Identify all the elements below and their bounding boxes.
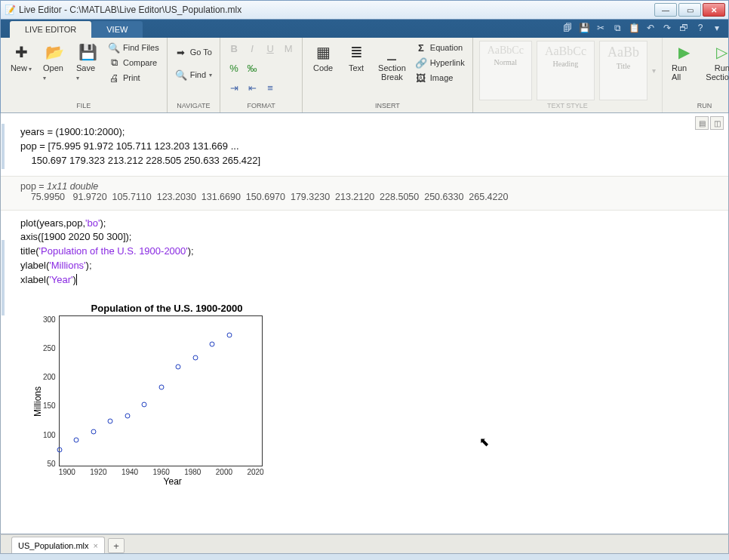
section-break-icon: ⎯ xyxy=(382,42,401,62)
run-section-button[interactable]: ▷Run Section xyxy=(704,41,729,83)
document-tab-label: US_Population.mlx xyxy=(18,541,89,550)
add-tab-button[interactable]: + xyxy=(108,538,125,553)
open-label: Open xyxy=(43,63,66,82)
chart-marker xyxy=(226,333,232,338)
code-line: title( xyxy=(20,245,39,257)
group-insert-label: INSERT xyxy=(309,100,466,112)
chart-plot-area xyxy=(59,315,263,466)
chart-marker xyxy=(108,419,113,424)
underline-icon[interactable]: U xyxy=(263,41,278,56)
qat-switch-windows-icon[interactable]: 🗗 xyxy=(677,21,691,35)
print-button[interactable]: 🖨Print xyxy=(106,71,161,85)
comment-icon[interactable]: % xyxy=(226,60,241,75)
code-line: pop = [75.995 91.972 105.711 123.203 131… xyxy=(20,140,239,152)
uncomment-icon[interactable]: ‰ xyxy=(245,60,260,75)
close-tab-icon[interactable]: × xyxy=(94,541,98,550)
tab-view[interactable]: VIEW xyxy=(91,21,143,38)
open-icon: 📂 xyxy=(45,42,64,62)
minimize-button[interactable]: — xyxy=(654,3,677,17)
print-label: Print xyxy=(123,73,140,82)
chart-marker xyxy=(74,438,79,443)
qat-paste-icon[interactable]: 📋 xyxy=(627,21,641,35)
titlebar: 📝 Live Editor - C:\MATLAB\Live Editor\US… xyxy=(0,0,729,20)
run-all-label: Run All xyxy=(672,63,697,82)
qat-undo-icon[interactable]: ↶ xyxy=(644,21,657,35)
indent-icon[interactable]: ⇥ xyxy=(226,80,241,95)
chart-ylabel: Millions xyxy=(31,315,43,487)
compare-icon: ⧉ xyxy=(108,57,120,69)
open-button[interactable]: 📂 Open xyxy=(40,41,69,83)
document-tab[interactable]: US_Population.mlx × xyxy=(11,537,105,553)
style-title[interactable]: AaBbTitle xyxy=(599,41,647,100)
qat-save-icon[interactable]: 💾 xyxy=(577,21,591,35)
qat-help-icon[interactable]: ? xyxy=(694,21,707,35)
compare-button[interactable]: ⧉Compare xyxy=(106,56,161,69)
chart-xticks: 1900192019401960198020002020 xyxy=(59,466,264,476)
new-icon: ✚ xyxy=(11,42,31,62)
quick-access-toolbar: 🗐 💾 ✂ ⧉ 📋 ↶ ↷ 🗗 ? ▾ xyxy=(561,21,724,35)
image-label: Image xyxy=(430,73,454,82)
output-inline-icon[interactable]: ▤ xyxy=(695,116,709,130)
group-run-label: RUN xyxy=(669,100,729,112)
find-button[interactable]: 🔍Find ▾ xyxy=(174,68,214,82)
style-gallery-more-icon[interactable]: ▾ xyxy=(652,41,656,100)
qat-minimize-ribbon-icon[interactable]: ▾ xyxy=(710,21,724,35)
code-label: Code xyxy=(313,63,333,72)
run-section-icon: ▷ xyxy=(712,42,729,62)
goto-button[interactable]: ➡Go To xyxy=(174,45,214,59)
monospace-icon[interactable]: M xyxy=(281,41,296,56)
code-line: xlabel( xyxy=(20,274,49,285)
output-right-icon[interactable]: ◫ xyxy=(710,116,724,130)
group-format: B I U M % ‰ ⇥ ⇤ ≡ FORMAT xyxy=(220,38,303,112)
style-normal[interactable]: AaBbCcNormal xyxy=(479,41,532,100)
outdent-icon[interactable]: ⇤ xyxy=(245,80,260,95)
hyperlink-button[interactable]: 🔗Hyperlink xyxy=(414,56,466,69)
run-all-button[interactable]: ▶Run All xyxy=(669,41,700,83)
code-line: ylabel( xyxy=(20,260,49,271)
insert-code-button[interactable]: ▦Code xyxy=(309,41,337,74)
editor-area[interactable]: ▤ ◫ years = (1900:10:2000); pop = [75.99… xyxy=(0,113,729,534)
equation-icon: Σ xyxy=(415,42,427,54)
code-block-1[interactable]: years = (1900:10:2000); pop = [75.995 91… xyxy=(1,113,728,176)
qat-cut-icon[interactable]: ✂ xyxy=(594,21,608,35)
image-button[interactable]: 🖼Image xyxy=(414,71,466,85)
group-format-label: FORMAT xyxy=(226,100,296,112)
chart-marker xyxy=(158,385,164,390)
text-cursor xyxy=(76,274,77,285)
style-title-label: Title xyxy=(617,62,631,70)
equation-button[interactable]: ΣEquation xyxy=(414,41,466,54)
find-files-button[interactable]: 🔍Find Files xyxy=(106,41,161,54)
find-files-label: Find Files xyxy=(123,43,159,52)
hyperlink-label: Hyperlink xyxy=(430,58,465,67)
code-icon: ▦ xyxy=(313,42,333,62)
new-button[interactable]: ✚ New xyxy=(7,41,35,74)
window-title: Live Editor - C:\MATLAB\Live Editor\US_P… xyxy=(19,5,654,15)
maximize-button[interactable]: ▭ xyxy=(678,3,701,17)
code-line: 150.697 179.323 213.212 228.505 250.633 … xyxy=(20,155,260,166)
find-icon: 🔍 xyxy=(175,69,187,81)
style-heading[interactable]: AaBbCcHeading xyxy=(537,41,595,100)
group-text-style: AaBbCcNormal AaBbCcHeading AaBbTitle ▾ T… xyxy=(473,38,663,112)
close-button[interactable]: ✕ xyxy=(703,3,725,17)
code-block-2[interactable]: plot(years,pop,'bo'); axis([1900 2020 50… xyxy=(1,211,728,295)
qat-redo-icon[interactable]: ↷ xyxy=(660,21,674,35)
qat-copy-icon[interactable]: ⧉ xyxy=(611,21,624,35)
italic-icon[interactable]: I xyxy=(245,41,260,56)
insert-text-button[interactable]: ≣Text xyxy=(342,41,371,74)
run-section-label: Run Section xyxy=(706,63,729,82)
output-header: pop = 1x11 double xyxy=(20,181,721,192)
app-icon: 📝 xyxy=(4,4,16,16)
bold-icon[interactable]: B xyxy=(226,41,241,56)
tab-live-editor[interactable]: LIVE EDITOR xyxy=(10,21,91,38)
output-block: pop = 1x11 double 75.9950 91.9720 105.71… xyxy=(1,176,728,211)
qat-doc-icon[interactable]: 🗐 xyxy=(561,21,574,35)
save-button[interactable]: 💾 Save xyxy=(73,41,102,83)
section-indicator xyxy=(2,240,5,315)
group-run: ▶Run All ▷Run Section RUN xyxy=(663,38,729,112)
equation-label: Equation xyxy=(430,43,463,52)
smart-indent-icon[interactable]: ≡ xyxy=(263,80,278,95)
hyperlink-icon: 🔗 xyxy=(415,57,427,69)
section-break-button[interactable]: ⎯Section Break xyxy=(375,41,409,83)
goto-label: Go To xyxy=(190,48,212,57)
section-indicator xyxy=(2,124,5,169)
